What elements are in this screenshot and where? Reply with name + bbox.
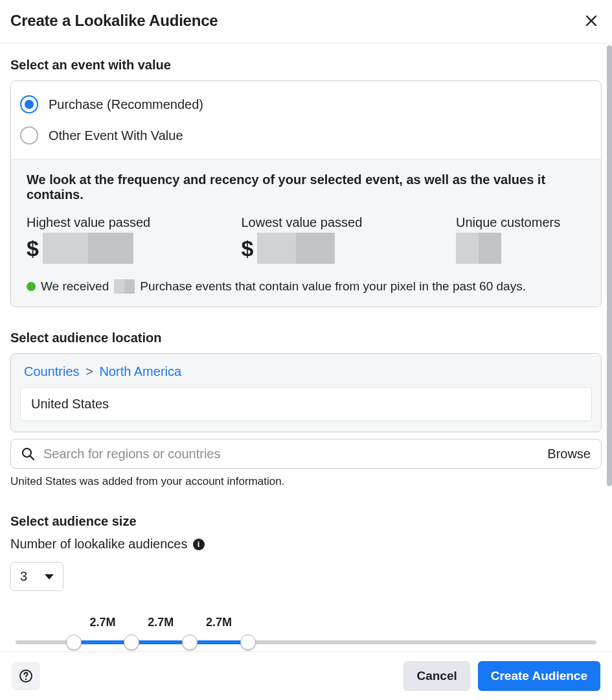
breadcrumb-separator: > [83,364,96,379]
dialog-content: Select an event with value Purchase (Rec… [0,43,612,651]
slider-track-fill [74,640,248,644]
browse-button[interactable]: Browse [547,447,591,461]
event-card: Purchase (Recommended) Other Event With … [10,80,602,307]
stat-unique: Unique customers [456,215,585,264]
currency-symbol: $ [242,236,254,261]
size-heading: Select audience size [10,514,602,529]
svg-line-1 [30,456,34,460]
close-button[interactable] [581,10,602,31]
slider-handle[interactable] [66,635,82,650]
chevron-down-icon [45,574,54,579]
event-stats-row: Highest value passed $ Lowest value pass… [27,215,585,264]
breadcrumb-region[interactable]: North America [99,364,181,379]
event-status-line: We received Purchase events that contain… [27,279,585,294]
scrollbar[interactable] [607,45,612,486]
status-suffix: Purchase events that contain value from … [140,279,526,294]
num-label: Number of lookalike audiences [10,537,188,552]
radio-other-event[interactable]: Other Event With Value [20,120,592,151]
dialog-title: Create a Lookalike Audience [10,12,218,30]
location-selected-row[interactable]: United States [20,387,592,421]
audience-size-slider: 2.7M2.7M2.7M 0%1%2%3%4%5%6%7%8%9%10% [16,620,596,651]
slider-segment-label: 2.7M [90,616,116,629]
slider-segment-label: 2.7M [206,616,232,629]
create-audience-button[interactable]: Create Audience [478,661,600,691]
redacted-count [114,279,135,294]
event-info-panel: We look at the frequency and recency of … [11,159,601,307]
location-heading: Select audience location [10,331,602,345]
location-search-input[interactable] [43,447,539,461]
status-dot-icon [27,282,36,291]
stat-label: Unique customers [456,215,585,230]
help-button[interactable] [12,662,40,690]
cancel-button[interactable]: Cancel [403,661,470,691]
redacted-value [43,233,133,264]
redacted-value [257,233,335,264]
dialog-header: Create a Lookalike Audience [0,0,612,43]
dialog-footer: Cancel Create Audience [0,651,612,700]
event-summary-text: We look at the frequency and recency of … [27,172,585,202]
event-heading: Select an event with value [10,58,602,73]
location-card: Countries > North America United States [10,353,602,432]
breadcrumb-countries[interactable]: Countries [24,364,80,379]
radio-label: Other Event With Value [49,128,183,143]
stat-label: Lowest value passed [242,215,371,230]
breadcrumb: Countries > North America [20,362,592,387]
search-icon [20,446,36,461]
event-radio-group: Purchase (Recommended) Other Event With … [11,81,601,159]
currency-symbol: $ [27,236,39,261]
location-chip: United States [31,397,109,411]
size-section: Select audience size Number of lookalike… [10,514,602,651]
help-icon [18,668,34,684]
radio-purchase[interactable]: Purchase (Recommended) [20,89,592,120]
info-icon[interactable]: i [193,539,205,550]
stat-highest: Highest value passed $ [27,215,156,264]
slider-handle[interactable] [240,635,256,650]
radio-label: Purchase (Recommended) [49,97,203,112]
stat-label: Highest value passed [27,215,156,230]
slider-handle[interactable] [124,635,139,650]
stat-lowest: Lowest value passed $ [242,215,371,264]
num-audiences-select[interactable]: 3 [10,562,63,591]
close-icon [584,13,599,29]
location-helper-text: United States was added from your accoun… [10,475,602,488]
slider-track[interactable]: 2.7M2.7M2.7M [16,640,596,644]
radio-icon [20,126,38,145]
radio-icon [20,95,38,113]
svg-point-3 [25,679,27,680]
slider-segment-label: 2.7M [148,616,174,629]
num-audiences-row: Number of lookalike audiences i [10,537,602,552]
slider-handle[interactable] [182,635,198,650]
location-search-row: Browse [10,439,602,469]
redacted-value [456,233,501,264]
select-value: 3 [20,569,27,584]
status-prefix: We received [41,279,109,294]
